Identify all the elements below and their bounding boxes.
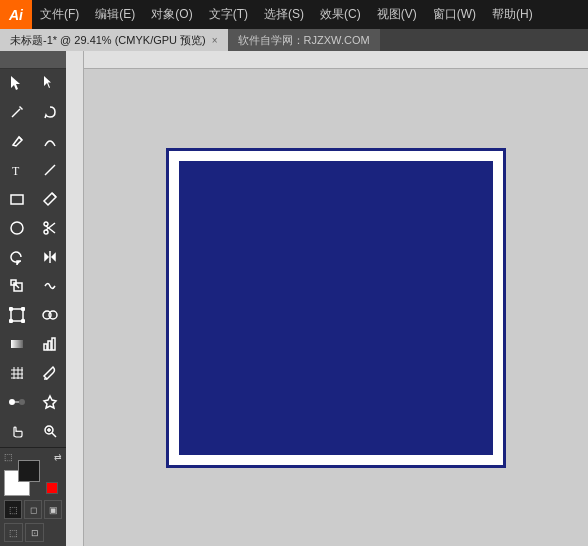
svg-point-38	[9, 399, 15, 405]
tab-secondary[interactable]: 软件自学网：RJZXW.COM	[228, 29, 380, 51]
tab-active[interactable]: 未标题-1* @ 29.41% (CMYK/GPU 预览) ×	[0, 29, 228, 51]
svg-point-11	[44, 222, 48, 226]
title-bar: Ai 文件(F) 编辑(E) 对象(O) 文字(T) 选择(S) 效果(C) 视…	[0, 0, 588, 29]
tool-grid: T	[0, 69, 66, 447]
menu-file[interactable]: 文件(F)	[32, 0, 87, 29]
canvas-area	[66, 51, 588, 546]
tab-bar: 未标题-1* @ 29.41% (CMYK/GPU 预览) × 软件自学网：RJ…	[0, 29, 588, 51]
tool-line[interactable]	[33, 156, 66, 183]
svg-line-42	[52, 433, 56, 437]
svg-marker-15	[45, 254, 48, 260]
svg-marker-0	[11, 76, 20, 90]
tool-chart[interactable]	[33, 331, 66, 358]
svg-line-19	[15, 284, 19, 288]
toolbar-ruler	[0, 51, 66, 69]
tool-hand[interactable]	[0, 418, 33, 445]
tool-type[interactable]: T	[0, 156, 33, 183]
tool-eyedropper[interactable]	[33, 360, 66, 387]
menu-window[interactable]: 窗口(W)	[425, 0, 484, 29]
artboard-container	[84, 69, 588, 546]
tool-free-transform[interactable]	[0, 302, 33, 329]
tool-scale[interactable]	[0, 273, 33, 300]
svg-rect-20	[11, 309, 23, 321]
tool-pen[interactable]	[0, 127, 33, 154]
tool-select[interactable]	[0, 69, 33, 96]
toolbar-bottom: ⬚ ⇄ ⬚ ◻ ▣ ⬚ ⊡	[0, 447, 66, 546]
svg-line-8	[52, 193, 56, 197]
ruler-horizontal	[66, 51, 588, 69]
svg-rect-27	[11, 340, 23, 348]
tool-direct-select[interactable]	[33, 69, 66, 96]
menu-effect[interactable]: 效果(C)	[312, 0, 369, 29]
svg-point-26	[49, 311, 57, 319]
color-none-icon[interactable]	[46, 482, 58, 494]
menu-help[interactable]: 帮助(H)	[484, 0, 541, 29]
full-screen-btn[interactable]: ⊡	[25, 523, 44, 542]
tool-rectangle[interactable]	[0, 185, 33, 212]
tool-rotate[interactable]	[0, 243, 33, 270]
tool-warp[interactable]	[33, 273, 66, 300]
svg-rect-30	[52, 338, 55, 350]
svg-point-22	[21, 308, 24, 311]
svg-rect-28	[44, 344, 47, 350]
svg-point-23	[9, 320, 12, 323]
view-mode-row: ⬚ ⊡	[4, 523, 62, 542]
menu-select[interactable]: 选择(S)	[256, 0, 312, 29]
svg-point-21	[9, 308, 12, 311]
navy-rectangle	[179, 161, 493, 455]
menu-bar: 文件(F) 编辑(E) 对象(O) 文字(T) 选择(S) 效果(C) 视图(V…	[32, 0, 588, 29]
tool-zoom[interactable]	[33, 418, 66, 445]
color-swap-icon[interactable]: ⇄	[54, 452, 62, 462]
svg-rect-29	[48, 341, 51, 350]
svg-marker-16	[52, 254, 55, 260]
svg-line-2	[12, 109, 20, 117]
tool-blend[interactable]	[0, 389, 33, 416]
svg-point-9	[11, 222, 23, 234]
ruler-vertical	[66, 51, 84, 546]
tab-close-button[interactable]: ×	[212, 35, 218, 46]
svg-line-4	[19, 137, 22, 140]
svg-line-6	[45, 165, 55, 175]
svg-point-39	[19, 399, 25, 405]
main-layout: T	[0, 51, 588, 546]
normal-screen-btn[interactable]: ⬚	[4, 523, 23, 542]
fill-color-btn[interactable]: ⬚	[4, 500, 22, 519]
svg-rect-7	[11, 195, 23, 204]
app-logo: Ai	[0, 0, 32, 29]
tool-curvature[interactable]	[33, 127, 66, 154]
tool-ellipse[interactable]	[0, 214, 33, 241]
tool-magic-wand[interactable]	[0, 98, 33, 125]
menu-text[interactable]: 文字(T)	[201, 0, 256, 29]
tool-lasso[interactable]	[33, 98, 66, 125]
tool-live-paint[interactable]	[33, 389, 66, 416]
mode-row: ⬚ ◻ ▣	[4, 500, 62, 519]
svg-marker-1	[44, 76, 51, 88]
stroke-btn[interactable]: ◻	[24, 500, 42, 519]
tool-mesh[interactable]	[0, 360, 33, 387]
svg-text:T: T	[12, 164, 20, 178]
svg-point-10	[44, 230, 48, 234]
svg-point-24	[21, 320, 24, 323]
menu-view[interactable]: 视图(V)	[369, 0, 425, 29]
menu-object[interactable]: 对象(O)	[143, 0, 200, 29]
tool-paintbrush[interactable]	[33, 185, 66, 212]
color-swatch-area: ⬚ ⇄	[4, 452, 62, 496]
foreground-color-swatch[interactable]	[18, 460, 40, 482]
gradient-btn[interactable]: ▣	[44, 500, 62, 519]
menu-edit[interactable]: 编辑(E)	[87, 0, 143, 29]
tool-reflect[interactable]	[33, 243, 66, 270]
tab-secondary-label: 软件自学网：RJZXW.COM	[238, 33, 370, 48]
artboard[interactable]	[166, 148, 506, 468]
tool-shape-builder[interactable]	[33, 302, 66, 329]
toolbar: T	[0, 51, 66, 546]
tool-gradient[interactable]	[0, 331, 33, 358]
color-reset-icon[interactable]: ⬚	[4, 452, 13, 462]
tool-scissors[interactable]	[33, 214, 66, 241]
tab-label: 未标题-1* @ 29.41% (CMYK/GPU 预览)	[10, 33, 206, 48]
